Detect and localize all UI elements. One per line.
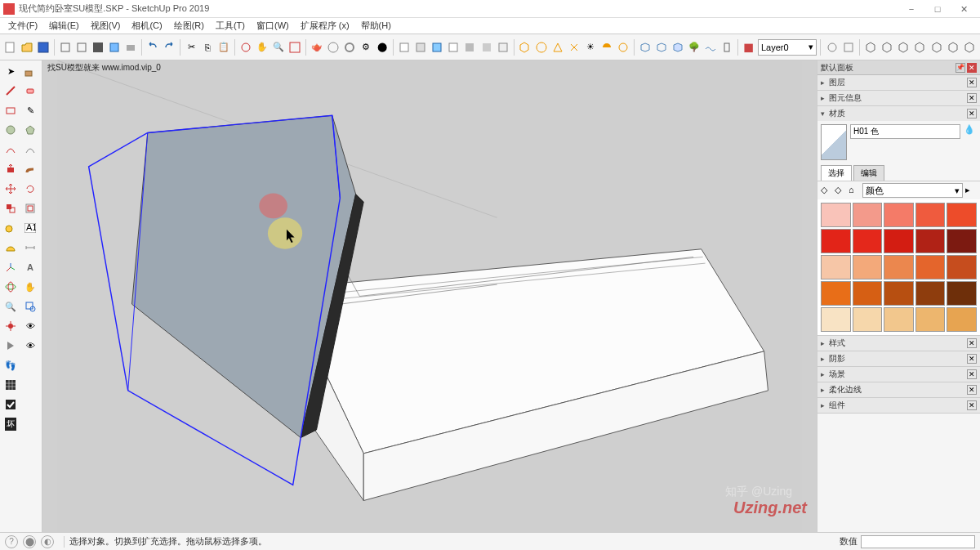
style3-icon[interactable] bbox=[430, 38, 444, 57]
panel-pin-icon[interactable]: 📌 bbox=[956, 63, 965, 73]
section-layers[interactable]: ▸图层✕ bbox=[817, 75, 980, 90]
color-swatch[interactable] bbox=[853, 281, 883, 306]
layer-selector[interactable]: Layer0▾ bbox=[758, 39, 817, 56]
section-entityinfo[interactable]: ▸图元信息✕ bbox=[817, 91, 980, 105]
color-swatch[interactable] bbox=[915, 229, 946, 253]
section-styles[interactable]: ▸样式✕ bbox=[817, 336, 980, 351]
teapot-icon[interactable]: 🫖 bbox=[310, 38, 324, 57]
3dtext-icon[interactable]: A bbox=[21, 258, 39, 276]
orbit-icon[interactable] bbox=[238, 38, 253, 57]
circle-icon[interactable] bbox=[326, 38, 341, 57]
color-swatch[interactable] bbox=[821, 229, 851, 253]
tree-icon[interactable]: 🌳 bbox=[687, 38, 702, 57]
look-icon[interactable]: 👁 bbox=[21, 317, 39, 335]
menu-edit[interactable]: 编辑(E) bbox=[44, 18, 84, 34]
move-icon[interactable] bbox=[2, 180, 20, 198]
color-swatch[interactable] bbox=[884, 281, 914, 306]
offset-icon[interactable] bbox=[21, 199, 39, 217]
material-preview[interactable] bbox=[821, 124, 847, 160]
footprint-icon[interactable]: 👣 bbox=[2, 356, 20, 374]
close-icon[interactable]: ✕ bbox=[967, 78, 977, 87]
menu-tools[interactable]: 工具(T) bbox=[211, 18, 250, 34]
section-scenes[interactable]: ▸场景✕ bbox=[817, 367, 980, 382]
new-material-icon[interactable] bbox=[964, 139, 977, 152]
tape-icon[interactable] bbox=[2, 219, 20, 237]
close-icon[interactable]: ✕ bbox=[967, 109, 977, 118]
material-name-input[interactable] bbox=[850, 124, 960, 139]
color-swatch[interactable] bbox=[915, 203, 946, 227]
view-bottom-icon[interactable] bbox=[962, 38, 977, 57]
component-icon[interactable] bbox=[107, 38, 122, 57]
style7-icon[interactable] bbox=[496, 38, 510, 57]
gear-icon[interactable]: ⚙ bbox=[359, 38, 373, 57]
zoomwin-icon[interactable] bbox=[21, 297, 39, 315]
cube2-icon[interactable] bbox=[74, 38, 89, 57]
axes-icon[interactable] bbox=[2, 258, 20, 276]
color-swatch[interactable] bbox=[853, 255, 883, 279]
color-swatch[interactable] bbox=[947, 255, 977, 279]
zoom-icon[interactable]: 🔍 bbox=[271, 38, 286, 57]
scale-icon[interactable] bbox=[2, 199, 20, 217]
style1-icon[interactable] bbox=[397, 38, 412, 57]
wave-icon[interactable] bbox=[703, 38, 718, 57]
menu-help[interactable]: 帮助(H) bbox=[356, 18, 396, 34]
panel-close-icon[interactable]: ✕ bbox=[967, 63, 977, 73]
section-components[interactable]: ▸组件✕ bbox=[817, 398, 980, 413]
back-icon[interactable]: ◇ bbox=[821, 185, 832, 196]
section-soften[interactable]: ▸柔化边线✕ bbox=[817, 382, 980, 397]
save-icon[interactable] bbox=[36, 38, 51, 57]
arc-icon[interactable] bbox=[2, 141, 20, 159]
home-icon[interactable]: ⌂ bbox=[849, 185, 860, 196]
view-left-icon[interactable] bbox=[946, 38, 960, 57]
pan-icon[interactable]: ✋ bbox=[255, 38, 270, 57]
undo-icon[interactable] bbox=[145, 38, 160, 57]
grid-icon[interactable] bbox=[91, 38, 105, 57]
close-icon[interactable]: ✕ bbox=[967, 338, 977, 348]
rotate-icon[interactable] bbox=[21, 180, 39, 198]
style4-icon[interactable] bbox=[446, 38, 461, 57]
blank2-icon[interactable] bbox=[21, 376, 39, 394]
color-swatch[interactable] bbox=[884, 255, 914, 279]
blank-icon[interactable] bbox=[21, 356, 39, 374]
view-right-icon[interactable] bbox=[912, 38, 927, 57]
layer-box-icon[interactable]: ◼ bbox=[742, 38, 756, 57]
close-icon[interactable]: ✕ bbox=[967, 400, 977, 410]
pan2-icon[interactable]: ✋ bbox=[21, 278, 39, 296]
ring-icon[interactable] bbox=[342, 38, 357, 57]
menu-draw[interactable]: 绘图(R) bbox=[169, 18, 209, 34]
close-icon[interactable]: ✕ bbox=[967, 354, 977, 364]
color-swatch[interactable] bbox=[853, 203, 883, 227]
cube-icon[interactable] bbox=[58, 38, 73, 57]
walk-icon[interactable]: 👁 bbox=[21, 337, 39, 355]
camera-iso-icon[interactable] bbox=[517, 38, 532, 57]
text-icon[interactable]: A1 bbox=[21, 219, 39, 237]
redo-icon[interactable] bbox=[162, 38, 176, 57]
section-icon[interactable] bbox=[2, 337, 20, 355]
camera-front-icon[interactable] bbox=[550, 38, 565, 57]
sun-icon[interactable]: ☀ bbox=[583, 38, 598, 57]
sphere-icon[interactable]: ⬤ bbox=[375, 38, 390, 57]
tab-edit[interactable]: 编辑 bbox=[853, 165, 884, 181]
copy-icon[interactable]: ⎘ bbox=[200, 38, 215, 57]
menu-file[interactable]: 文件(F) bbox=[3, 18, 42, 34]
color-swatch[interactable] bbox=[884, 203, 914, 227]
color-swatch[interactable] bbox=[915, 255, 946, 279]
color-swatch[interactable] bbox=[884, 229, 914, 253]
color-swatch[interactable] bbox=[947, 281, 977, 306]
polygon-icon[interactable] bbox=[21, 121, 39, 139]
select-icon[interactable]: ➤ bbox=[2, 62, 20, 80]
value-input[interactable] bbox=[861, 535, 975, 548]
camera-persp-icon[interactable] bbox=[567, 38, 581, 57]
material-category-select[interactable]: 颜色▾ bbox=[862, 183, 963, 198]
section-shadows[interactable]: ▸阴影✕ bbox=[817, 351, 980, 366]
grid2-icon[interactable] bbox=[2, 376, 20, 394]
wire1-icon[interactable] bbox=[825, 38, 840, 57]
wire2-icon[interactable] bbox=[841, 38, 856, 57]
style2-icon[interactable] bbox=[413, 38, 428, 57]
orbit2-icon[interactable] bbox=[2, 278, 20, 296]
protractor-icon[interactable] bbox=[2, 239, 20, 257]
style5-icon[interactable] bbox=[462, 38, 477, 57]
fog-icon[interactable] bbox=[616, 38, 630, 57]
followme-icon[interactable] bbox=[21, 160, 39, 178]
minimize-button[interactable]: − bbox=[898, 1, 924, 17]
